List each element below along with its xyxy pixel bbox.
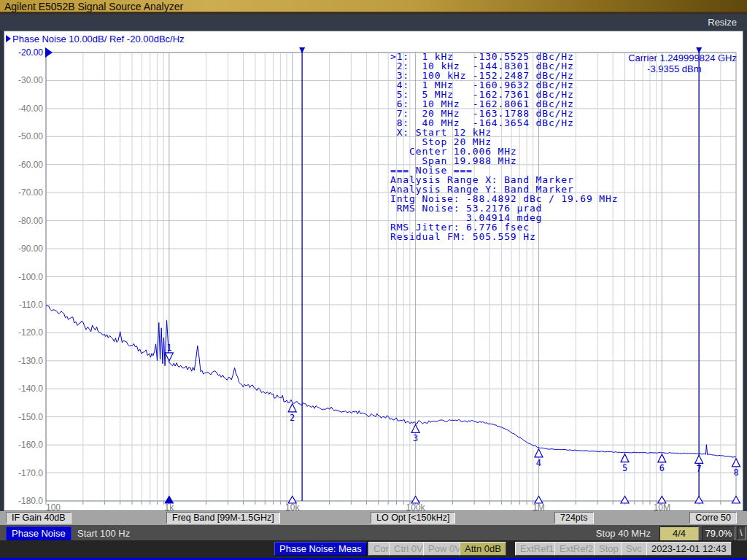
y-axis-label: -90.00 (18, 244, 43, 254)
sweep-count-badge: 4/4 (659, 526, 699, 541)
bottom-status-bar: Phase Noise: Meas Cor Ctrl 0V Pow 0V Att… (0, 540, 747, 558)
tab-phase-noise[interactable]: Phase Noise (6, 526, 71, 541)
extref1-button[interactable]: ExtRef1 (515, 542, 559, 556)
ref-level-arrow-icon (45, 47, 53, 58)
y-axis-label: -160.0 (18, 440, 43, 450)
axis-marker-icon[interactable] (695, 497, 703, 504)
trace-marker-icon[interactable] (732, 459, 740, 467)
meas-status-button[interactable]: Phase Noise: Meas (274, 542, 367, 556)
status-bar: IF Gain 40dB Freq Band [99M-1.5GHz] LO O… (0, 511, 747, 525)
y-axis-label: -60.00 (18, 160, 43, 170)
y-axis-label: -130.0 (18, 356, 43, 366)
axis-marker-icon[interactable] (732, 497, 740, 504)
trace-marker-number: 5 (622, 463, 627, 473)
phase-noise-trace (46, 306, 736, 457)
trace-marker-icon[interactable] (695, 455, 703, 463)
y-axis-label: -110.0 (19, 300, 43, 310)
points-button[interactable]: 724pts (554, 512, 594, 524)
resize-button[interactable]: Resize (708, 17, 737, 28)
y-axis-label: -120.0 (18, 327, 43, 338)
trace-marker-number: 4 (536, 458, 541, 468)
attn-button[interactable]: Attn 0dB (460, 542, 506, 556)
y-axis-label: -50.00 (18, 131, 43, 141)
trace-marker-number: 2 (290, 413, 295, 423)
trace-marker-icon[interactable] (411, 424, 419, 432)
plot-panel: 12345678-20.00-30.00-40.00-50.00-60.00-7… (4, 31, 743, 511)
trace-marker-icon[interactable] (288, 404, 296, 412)
x-axis-label: 1k (165, 502, 175, 511)
y-axis-label: -30.00 (18, 75, 43, 85)
sweep-stop-label: Stop 40 MHz (596, 528, 651, 539)
corre-button[interactable]: Corre 50 (689, 512, 737, 524)
freq-band-button[interactable]: Freq Band [99M-1.5GHz] (166, 512, 280, 524)
phase-noise-chart: 12345678-20.00-30.00-40.00-50.00-60.00-7… (4, 31, 743, 511)
axis-marker-icon[interactable] (621, 497, 629, 504)
sweep-bar: Phase Noise Start 100 Hz Stop 40 MHz 4/4… (0, 525, 747, 540)
svc-button[interactable]: Svc (621, 542, 647, 556)
sweep-percent-badge: 79.0% (702, 526, 735, 541)
y-axis-label: -100.0 (18, 272, 43, 282)
x-axis-label: 100k (406, 502, 426, 511)
stop-button[interactable]: Stop (594, 542, 624, 556)
sweep-activity-indicator: \ (737, 526, 746, 540)
trace-marker-number: 6 (659, 463, 665, 473)
instrument-screen: Agilent E5052B Signal Source Analyzer Re… (0, 0, 747, 560)
trace-marker-icon[interactable] (621, 454, 629, 462)
lo-opt-button[interactable]: LO Opt [<150kHz] (371, 512, 455, 524)
app-title: Agilent E5052B Signal Source Analyzer (4, 1, 183, 12)
trace-marker-icon[interactable] (658, 454, 666, 462)
trace-marker-number: 8 (733, 467, 738, 478)
x-axis-label: 10k (285, 502, 300, 511)
ctrl-button[interactable]: Ctrl 0V (389, 542, 428, 556)
y-axis-label: -150.0 (18, 412, 43, 422)
x-axis-label: 100 (46, 502, 61, 511)
y-axis-label: -70.00 (18, 187, 43, 198)
menu-bar: Resize (0, 15, 747, 31)
trace-marker-number: 7 (697, 464, 702, 474)
y-axis-label: -40.00 (18, 104, 43, 114)
x-axis-label: 1M (533, 502, 545, 511)
y-axis-label: -170.0 (18, 468, 43, 478)
title-bar: Agilent E5052B Signal Source Analyzer (0, 0, 747, 13)
sweep-start-label: Start 100 Hz (77, 528, 130, 539)
trace-marker-icon[interactable] (535, 449, 543, 457)
datetime: 2023-12-01 12:43 (646, 542, 732, 556)
y-axis-label: -180.0 (18, 496, 43, 506)
trace-marker-icon[interactable] (165, 353, 173, 361)
y-axis-label: -20.00 (18, 47, 43, 58)
y-axis-label: -140.0 (18, 384, 43, 394)
if-gain-button[interactable]: IF Gain 40dB (6, 512, 71, 524)
extref2-button[interactable]: ExtRef2 (554, 542, 598, 556)
trace-marker-number: 1 (166, 343, 171, 353)
y-axis-label: -80.00 (18, 216, 43, 226)
x-axis-label: 10M (654, 502, 670, 511)
trace-marker-number: 3 (413, 433, 418, 443)
